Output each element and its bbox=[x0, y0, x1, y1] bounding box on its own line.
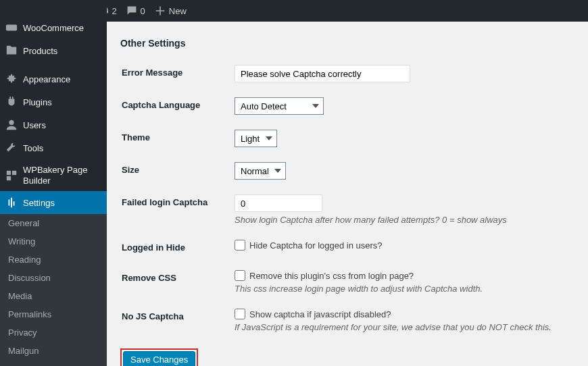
section-title: Other Settings bbox=[120, 28, 574, 57]
menu-wpbakery[interactable]: WPBakery Page Builder bbox=[0, 159, 107, 191]
menu-appearance[interactable]: Appearance bbox=[0, 68, 107, 90]
new-label: New bbox=[169, 6, 187, 16]
logged-in-hide-label[interactable]: Hide Captcha for logged in users? bbox=[235, 240, 566, 251]
label-remove-css: Remove CSS bbox=[122, 263, 233, 300]
save-highlight: Save Changes bbox=[120, 348, 198, 366]
settings-submenu: General Writing Reading Discussion Media… bbox=[0, 214, 107, 366]
svg-rect-3 bbox=[12, 170, 16, 174]
sub-mailgun[interactable]: Mailgun bbox=[0, 342, 107, 360]
logged-in-hide-checkbox[interactable] bbox=[235, 240, 245, 251]
label-failed-login: Failed login Captcha bbox=[122, 188, 233, 232]
svg-rect-0 bbox=[6, 25, 17, 31]
svg-rect-2 bbox=[7, 170, 11, 174]
remove-css-desc: This css increase login page width to ad… bbox=[235, 284, 566, 294]
menu-settings[interactable]: Settings bbox=[0, 191, 107, 214]
label-logged-in-hide: Logged in Hide bbox=[122, 233, 233, 262]
sub-reading[interactable]: Reading bbox=[0, 251, 107, 269]
failed-login-desc: Show login Captcha after how many failed… bbox=[235, 215, 566, 225]
theme-select[interactable]: Light bbox=[235, 130, 277, 147]
page-content: Other Settings Error Message Captcha Lan… bbox=[107, 22, 588, 366]
no-js-label[interactable]: Show captcha if javascript disabled? bbox=[235, 309, 566, 319]
error-message-input[interactable] bbox=[235, 65, 410, 82]
updates-count: 2 bbox=[112, 6, 116, 16]
save-button[interactable]: Save Changes bbox=[123, 351, 195, 366]
sub-permalinks[interactable]: Permalinks bbox=[0, 305, 107, 323]
remove-css-checkbox[interactable] bbox=[235, 270, 245, 281]
label-captcha-language: Captcha Language bbox=[122, 90, 233, 122]
no-js-checkbox[interactable] bbox=[235, 309, 245, 319]
no-js-desc: If JavaScript is a requirement for your … bbox=[235, 322, 566, 332]
menu-woocommerce[interactable]: WooCommerce bbox=[0, 16, 107, 39]
comments-link[interactable]: 0 bbox=[126, 5, 145, 16]
captcha-language-select[interactable]: Auto Detect bbox=[235, 97, 324, 115]
label-error-message: Error Message bbox=[122, 58, 233, 89]
label-no-js: No JS Captcha bbox=[122, 302, 233, 339]
sub-media[interactable]: Media bbox=[0, 287, 107, 305]
svg-rect-4 bbox=[7, 176, 11, 180]
menu-tools[interactable]: Tools bbox=[0, 136, 107, 159]
menu-plugins[interactable]: Plugins bbox=[0, 90, 107, 113]
label-size: Size bbox=[122, 155, 233, 186]
comments-count: 0 bbox=[141, 6, 145, 16]
sub-general[interactable]: General bbox=[0, 214, 107, 232]
sub-discussion[interactable]: Discussion bbox=[0, 269, 107, 287]
sub-writing[interactable]: Writing bbox=[0, 232, 107, 251]
svg-point-1 bbox=[9, 120, 14, 125]
settings-form: Error Message Captcha Language Auto Dete… bbox=[120, 57, 574, 340]
menu-users[interactable]: Users bbox=[0, 113, 107, 136]
menu-products[interactable]: Products bbox=[0, 39, 107, 62]
new-content-link[interactable]: New bbox=[155, 5, 187, 16]
remove-css-label[interactable]: Remove this plugin's css from login page… bbox=[235, 270, 566, 281]
admin-sidebar: WooCommerce Products Appearance Plugins … bbox=[0, 0, 107, 366]
size-select[interactable]: Normal bbox=[235, 162, 286, 180]
failed-login-input[interactable] bbox=[235, 194, 322, 212]
label-theme: Theme bbox=[122, 123, 233, 154]
sub-privacy[interactable]: Privacy bbox=[0, 323, 107, 342]
sub-mailgun-lists[interactable]: Mailgun Lists bbox=[0, 360, 107, 366]
